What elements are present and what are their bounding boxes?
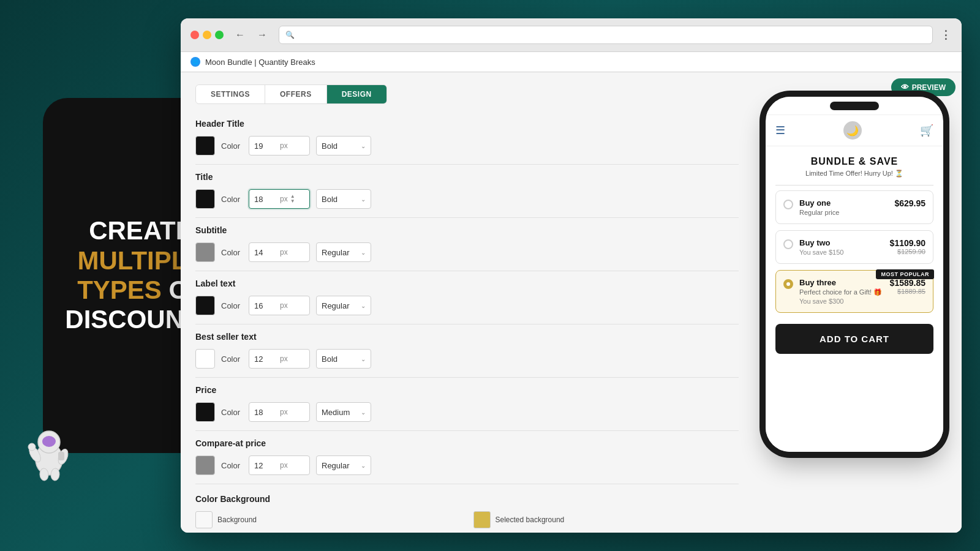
price-size-value[interactable]: 18 — [254, 408, 279, 417]
compare-at-size-input[interactable]: 12 px — [249, 455, 310, 475]
subtitle-style-select[interactable]: Regular ⌄ — [316, 242, 371, 262]
best-seller-size-input[interactable]: 12 px — [249, 349, 310, 369]
browser-content: SETTINGS OFFERS DESIGN Header Title Colo… — [181, 72, 962, 533]
bundle-radio-buy-one[interactable] — [783, 200, 793, 209]
label-text-size-unit: px — [280, 301, 288, 310]
title-color-swatch[interactable] — [195, 189, 215, 209]
compare-at-color-label: Color — [221, 461, 243, 470]
tab-settings[interactable]: SETTINGS — [196, 85, 265, 103]
color-label-selected-background: Selected background — [496, 515, 565, 524]
bundle-option-buy-one[interactable]: Buy one Regular price $629.95 — [775, 190, 933, 224]
divider-1 — [195, 164, 739, 165]
subtitle-style-value: Regular — [322, 248, 350, 257]
price-size-input[interactable]: 18 px — [249, 402, 310, 422]
close-button[interactable] — [190, 31, 199, 39]
phone-preview-area: 👁 PREVIEW ☰ 🌙 🛒 BU — [753, 72, 962, 533]
compare-at-style-select[interactable]: Regular ⌄ — [316, 455, 371, 475]
title-size-value[interactable]: 18 — [254, 195, 279, 204]
best-seller-color-swatch[interactable] — [195, 349, 215, 369]
bundle-info-buy-three: Buy three Perfect choice for a Gift! 🎁 Y… — [799, 278, 884, 305]
bundle-price-buy-three: $1589.85 $1889.85 — [890, 278, 925, 295]
main-tabs: SETTINGS OFFERS DESIGN — [195, 84, 387, 104]
bundle-option-name-buy-two: Buy two — [799, 238, 884, 247]
title-size-arrows[interactable]: ▲ ▼ — [290, 194, 295, 204]
color-item-selected-background: Selected background — [473, 511, 739, 528]
color-swatch-background[interactable] — [195, 511, 213, 528]
best-seller-size-value[interactable]: 12 — [254, 354, 279, 364]
tab-design[interactable]: DESIGN — [327, 85, 386, 103]
phone-content: BUNDLE & SAVE Limited Time Offer! Hurry … — [766, 146, 943, 452]
svg-rect-7 — [58, 452, 64, 460]
price-color-swatch[interactable] — [195, 402, 215, 422]
title-style-select[interactable]: Bold ⌄ — [316, 189, 371, 209]
label-text-section: Label text Color 16 px Regular ⌄ — [195, 279, 739, 315]
header-title-size-value[interactable]: 19 — [254, 141, 279, 151]
minimize-button[interactable] — [203, 31, 211, 39]
hamburger-icon[interactable]: ☰ — [775, 124, 785, 137]
bundle-option-name-buy-one: Buy one — [799, 198, 888, 208]
bundle-option-desc-buy-three: Perfect choice for a Gift! 🎁 — [799, 288, 884, 296]
user-avatar[interactable]: 🌙 — [843, 121, 862, 140]
compare-at-section: Compare-at price Color 12 px Regular ⌄ — [195, 438, 739, 475]
header-title-size-input[interactable]: 19 px — [249, 136, 310, 156]
label-text-size-input[interactable]: 16 px — [249, 296, 310, 315]
color-swatch-selected-background[interactable] — [473, 511, 491, 528]
phone-frame: ☰ 🌙 🛒 BUNDLE & SAVE Limited Time Offer! … — [766, 97, 943, 452]
cart-icon[interactable]: 🛒 — [920, 124, 933, 137]
tab-offers[interactable]: OFFERS — [265, 85, 327, 103]
forward-button[interactable]: → — [253, 26, 271, 44]
add-to-cart-button[interactable]: ADD TO CART — [775, 324, 933, 354]
preview-button[interactable]: 👁 PREVIEW — [891, 78, 956, 96]
maximize-button[interactable] — [215, 31, 224, 39]
url-bar[interactable]: 🔍 — [279, 26, 933, 44]
label-text-style-select[interactable]: Regular ⌄ — [316, 296, 371, 315]
browser-menu-dots[interactable]: ⋮ — [940, 28, 952, 42]
bundle-option-buy-three[interactable]: Buy three Perfect choice for a Gift! 🎁 Y… — [775, 270, 933, 313]
bundle-option-buy-two[interactable]: Buy two You save $150 $1109.90 $1259.90 — [775, 230, 933, 264]
divider-2 — [195, 217, 739, 218]
subtitle-style-arrow: ⌄ — [361, 249, 366, 256]
divider-7 — [195, 484, 739, 484]
label-text-color-label: Color — [221, 301, 243, 310]
label-text-color-swatch[interactable] — [195, 296, 215, 315]
header-title-style-select[interactable]: Bold ⌄ — [316, 136, 371, 156]
best-seller-size-unit: px — [280, 354, 288, 363]
price-section-label: Price — [195, 385, 739, 395]
subtitle-size-value[interactable]: 14 — [254, 248, 279, 257]
compare-at-label: Compare-at price — [195, 438, 739, 448]
title-section-label: Title — [195, 172, 739, 182]
subtitle-size-input[interactable]: 14 px — [249, 242, 310, 262]
best-seller-style-select[interactable]: Bold ⌄ — [316, 349, 371, 369]
price-style-select[interactable]: Medium ⌄ — [316, 402, 371, 422]
bundle-subtitle: Limited Time Offer! Hurry Up! ⏳ — [775, 170, 933, 178]
bundle-option-desc-buy-two: You save $150 — [799, 249, 884, 256]
bundle-price-original-buy-three: $1889.85 — [890, 288, 925, 295]
header-title-section: Header Title Color 19 px Bold ⌄ — [195, 119, 739, 156]
compare-at-color-swatch[interactable] — [195, 455, 215, 475]
arrow-down[interactable]: ▼ — [290, 199, 295, 204]
compare-at-size-unit: px — [280, 461, 288, 470]
address-bar: 🌐 Moon Bundle | Quantity Breaks — [181, 52, 962, 72]
price-section: Price Color 18 px Medium ⌄ — [195, 385, 739, 422]
preview-eye-icon: 👁 — [901, 83, 909, 92]
bundle-price-buy-two: $1109.90 $1259.90 — [890, 238, 925, 255]
best-seller-label: Best seller text — [195, 332, 739, 342]
price-row: Color 18 px Medium ⌄ — [195, 402, 739, 422]
header-title-color-swatch[interactable] — [195, 136, 215, 156]
best-seller-row: Color 12 px Bold ⌄ — [195, 349, 739, 369]
title-section: Title Color 18 px ▲ ▼ Bold ⌄ — [195, 172, 739, 209]
label-text-size-value[interactable]: 16 — [254, 301, 279, 310]
compare-at-size-value[interactable]: 12 — [254, 461, 279, 470]
bundle-price-main-buy-three: $1589.85 — [890, 278, 925, 288]
header-title-style-value: Bold — [322, 141, 337, 151]
subtitle-color-swatch[interactable] — [195, 242, 215, 262]
bundle-radio-buy-three[interactable] — [783, 279, 793, 289]
astronaut-illustration — [24, 422, 80, 490]
site-title: Moon Bundle | Quantity Breaks — [205, 58, 315, 67]
title-size-input[interactable]: 18 px ▲ ▼ — [249, 189, 310, 209]
bundle-info-buy-one: Buy one Regular price — [799, 198, 888, 216]
bundle-radio-buy-two[interactable] — [783, 239, 793, 249]
browser-chrome: ← → 🔍 ⋮ — [181, 18, 962, 52]
best-seller-style-arrow: ⌄ — [361, 356, 366, 362]
back-button[interactable]: ← — [231, 26, 249, 44]
